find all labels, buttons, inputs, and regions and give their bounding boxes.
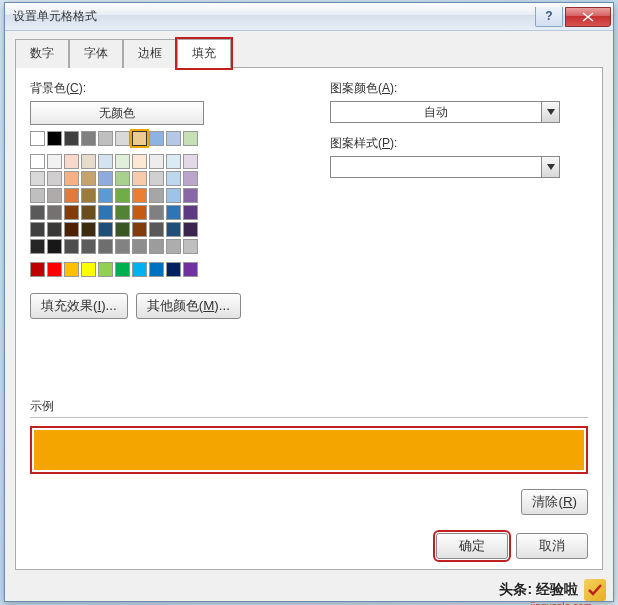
watermark-url: jingyanla.com — [531, 601, 592, 605]
color-swatch[interactable] — [115, 222, 130, 237]
color-swatch[interactable] — [81, 205, 96, 220]
clear-button[interactable]: 清除(R) — [521, 489, 588, 515]
tab-number[interactable]: 数字 — [15, 39, 69, 68]
color-swatch[interactable] — [64, 205, 79, 220]
color-swatch[interactable] — [47, 262, 62, 277]
tab-font[interactable]: 字体 — [69, 39, 123, 68]
color-swatch[interactable] — [132, 262, 147, 277]
color-swatch[interactable] — [81, 262, 96, 277]
color-swatch[interactable] — [166, 222, 181, 237]
color-swatch[interactable] — [64, 239, 79, 254]
color-swatch[interactable] — [183, 222, 198, 237]
color-swatch[interactable] — [64, 154, 79, 169]
color-swatch[interactable] — [47, 205, 62, 220]
color-swatch[interactable] — [132, 205, 147, 220]
color-swatch[interactable] — [30, 154, 45, 169]
other-colors-button[interactable]: 其他颜色(M)... — [136, 293, 241, 319]
color-swatch[interactable] — [47, 131, 62, 146]
color-swatch[interactable] — [47, 222, 62, 237]
watermark: 头条: 经验啦 jingyanla.com — [499, 579, 606, 601]
color-swatch[interactable] — [115, 239, 130, 254]
color-swatch[interactable] — [30, 239, 45, 254]
pattern-style-label: 图案样式(P): — [330, 135, 588, 152]
ok-button[interactable]: 确定 — [436, 533, 508, 559]
fill-effects-button[interactable]: 填充效果(I)... — [30, 293, 128, 319]
color-swatch[interactable] — [166, 131, 181, 146]
pattern-style-combo[interactable] — [330, 156, 560, 178]
color-swatch[interactable] — [149, 154, 164, 169]
color-swatch[interactable] — [132, 171, 147, 186]
color-swatch[interactable] — [64, 222, 79, 237]
pattern-color-combo[interactable]: 自动 — [330, 101, 560, 123]
color-swatch[interactable] — [47, 239, 62, 254]
color-swatch[interactable] — [149, 188, 164, 203]
color-swatch[interactable] — [149, 171, 164, 186]
cancel-button[interactable]: 取消 — [516, 533, 588, 559]
color-swatch[interactable] — [183, 154, 198, 169]
color-swatch[interactable] — [183, 131, 198, 146]
color-swatch[interactable] — [64, 131, 79, 146]
color-swatch[interactable] — [81, 239, 96, 254]
color-swatch[interactable] — [64, 188, 79, 203]
color-swatch[interactable] — [166, 205, 181, 220]
color-swatch[interactable] — [64, 171, 79, 186]
tab-border[interactable]: 边框 — [123, 39, 177, 68]
color-swatch[interactable] — [47, 154, 62, 169]
color-swatch[interactable] — [81, 154, 96, 169]
color-swatch[interactable] — [115, 262, 130, 277]
color-swatch[interactable] — [81, 222, 96, 237]
color-swatch[interactable] — [115, 205, 130, 220]
no-color-button[interactable]: 无颜色 — [30, 101, 204, 125]
color-swatch[interactable] — [183, 188, 198, 203]
color-swatch[interactable] — [30, 131, 45, 146]
color-swatch[interactable] — [30, 205, 45, 220]
color-swatch[interactable] — [30, 188, 45, 203]
color-swatch[interactable] — [183, 171, 198, 186]
color-swatch[interactable] — [166, 262, 181, 277]
color-swatch[interactable] — [115, 154, 130, 169]
color-swatch[interactable] — [132, 188, 147, 203]
color-swatch[interactable] — [81, 171, 96, 186]
color-swatch[interactable] — [30, 171, 45, 186]
color-swatch[interactable] — [98, 262, 113, 277]
color-swatch[interactable] — [149, 222, 164, 237]
color-swatch[interactable] — [149, 262, 164, 277]
help-button[interactable]: ? — [535, 7, 563, 27]
color-swatch[interactable] — [115, 131, 130, 146]
color-swatch[interactable] — [132, 239, 147, 254]
color-swatch[interactable] — [115, 171, 130, 186]
color-swatch[interactable] — [166, 154, 181, 169]
color-swatch[interactable] — [183, 262, 198, 277]
palette-standard — [30, 262, 310, 277]
color-swatch[interactable] — [98, 222, 113, 237]
color-swatch[interactable] — [132, 131, 147, 146]
color-swatch[interactable] — [81, 131, 96, 146]
color-swatch[interactable] — [98, 188, 113, 203]
color-swatch[interactable] — [115, 188, 130, 203]
color-swatch[interactable] — [30, 262, 45, 277]
close-button[interactable] — [565, 7, 611, 27]
color-swatch[interactable] — [64, 262, 79, 277]
color-swatch[interactable] — [98, 154, 113, 169]
color-swatch[interactable] — [183, 239, 198, 254]
color-swatch[interactable] — [149, 131, 164, 146]
color-swatch[interactable] — [183, 205, 198, 220]
color-swatch[interactable] — [81, 188, 96, 203]
color-swatch[interactable] — [98, 131, 113, 146]
color-swatch[interactable] — [47, 188, 62, 203]
color-swatch[interactable] — [166, 171, 181, 186]
example-preview — [34, 430, 584, 470]
color-swatch[interactable] — [98, 171, 113, 186]
color-swatch[interactable] — [132, 222, 147, 237]
color-swatch[interactable] — [47, 171, 62, 186]
color-swatch[interactable] — [166, 239, 181, 254]
color-swatch[interactable] — [149, 239, 164, 254]
color-swatch[interactable] — [149, 205, 164, 220]
pattern-color-label: 图案颜色(A): — [330, 80, 588, 97]
color-swatch[interactable] — [166, 188, 181, 203]
color-swatch[interactable] — [132, 154, 147, 169]
color-swatch[interactable] — [98, 205, 113, 220]
color-swatch[interactable] — [30, 222, 45, 237]
tab-fill[interactable]: 填充 — [177, 39, 231, 68]
color-swatch[interactable] — [98, 239, 113, 254]
